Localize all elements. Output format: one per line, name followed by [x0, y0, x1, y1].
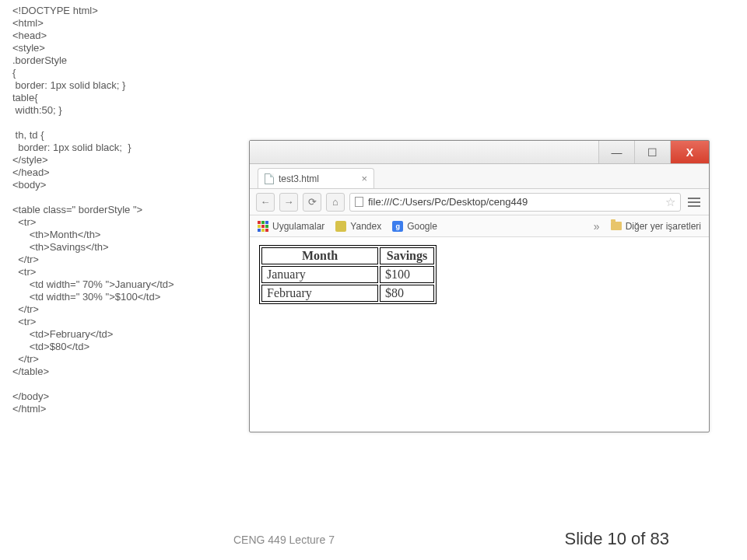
table-cell: $80 — [380, 285, 434, 302]
tab-strip: test3.html × — [250, 164, 709, 189]
window-titlebar: — ☐ X — [250, 141, 709, 164]
minimize-button[interactable]: — — [598, 141, 634, 163]
tab-close-icon[interactable]: × — [361, 173, 367, 184]
file-icon — [355, 197, 363, 207]
table-cell: January — [261, 266, 378, 283]
bookmark-label: Diğer yer işaretleri — [626, 221, 701, 232]
bookmark-yandex[interactable]: Yandex — [335, 221, 381, 232]
bookmark-google[interactable]: g Google — [392, 221, 437, 232]
footer-slide-number: Slide 10 of 83 — [564, 529, 669, 549]
bookmark-other[interactable]: Diğer yer işaretleri — [611, 221, 701, 232]
bookmark-label: Uygulamalar — [272, 221, 324, 232]
overflow-chevron-icon[interactable]: » — [594, 220, 600, 233]
maximize-button[interactable]: ☐ — [634, 141, 670, 163]
html-source-code: <!DOCTYPE html> <html> <head> <style> .b… — [12, 5, 174, 415]
bookmark-star-icon[interactable]: ☆ — [665, 195, 675, 209]
reload-button[interactable]: ⟳ — [303, 193, 321, 212]
table-cell: February — [261, 285, 378, 302]
bookmarks-bar: Uygulamalar Yandex g Google » Diğer yer … — [250, 215, 709, 237]
close-button[interactable]: X — [670, 141, 709, 163]
tab-title: test3.html — [279, 173, 319, 184]
google-icon: g — [392, 221, 403, 232]
table-header: Month — [261, 247, 378, 264]
apps-icon — [258, 221, 268, 232]
forward-button[interactable]: → — [279, 193, 298, 212]
bookmark-label: Google — [407, 221, 437, 232]
folder-icon — [611, 222, 622, 230]
back-button[interactable]: ← — [256, 193, 275, 212]
menu-icon[interactable] — [686, 194, 703, 211]
bookmark-label: Yandex — [350, 221, 381, 232]
table-row: Month Savings — [261, 247, 434, 264]
footer-lecture: CENG 449 Lecture 7 — [233, 534, 335, 546]
table-row: February $80 — [261, 285, 434, 302]
browser-window: — ☐ X test3.html × ← → ⟳ ⌂ file:///C:/Us… — [249, 140, 710, 432]
browser-tab[interactable]: test3.html × — [258, 168, 374, 188]
bookmark-apps[interactable]: Uygulamalar — [258, 221, 324, 232]
yandex-icon — [335, 221, 346, 232]
url-text: file:///C:/Users/Pc/Desktop/ceng449 — [368, 196, 528, 208]
address-bar[interactable]: file:///C:/Users/Pc/Desktop/ceng449 ☆ — [349, 193, 681, 212]
nav-toolbar: ← → ⟳ ⌂ file:///C:/Users/Pc/Desktop/ceng… — [250, 189, 709, 215]
page-content: Month Savings January $100 February $80 — [250, 237, 709, 312]
table-cell: $100 — [380, 266, 434, 283]
table-row: January $100 — [261, 266, 434, 283]
savings-table: Month Savings January $100 February $80 — [259, 245, 437, 304]
home-button[interactable]: ⌂ — [326, 193, 345, 212]
document-icon — [265, 173, 274, 184]
table-header: Savings — [380, 247, 434, 264]
